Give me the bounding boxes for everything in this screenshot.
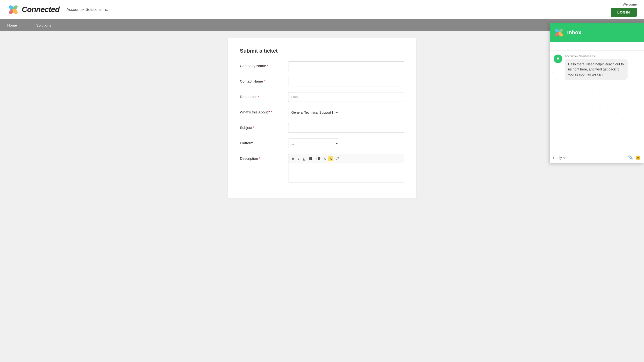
svg-text:□: □ [625, 128, 626, 130]
toolbar-highlight-button[interactable]: A [328, 156, 333, 161]
svg-text:○: ○ [552, 114, 554, 116]
svg-text:△: △ [618, 126, 619, 128]
whats-about-label: What's this About?* [240, 108, 288, 114]
svg-text:△: △ [554, 136, 556, 138]
whats-about-select[interactable]: General Technical Support Help Billing S… [288, 108, 339, 117]
svg-text:□: □ [581, 142, 583, 145]
login-button[interactable]: LOGIN [611, 8, 637, 17]
nav-item-home[interactable]: Home [7, 20, 17, 31]
svg-text:▷: ▷ [603, 98, 605, 101]
svg-text:▷: ▷ [554, 121, 556, 124]
toolbar-strikethrough-button[interactable]: S [322, 156, 327, 162]
svg-text:△: △ [610, 114, 612, 117]
svg-text:○: ○ [625, 99, 626, 101]
svg-text:□: □ [560, 98, 561, 101]
platform-group: Platform ... Windows Mac Linux [240, 138, 404, 148]
description-input[interactable] [288, 163, 404, 182]
subject-group: Subject* [240, 123, 404, 133]
svg-text:×: × [592, 90, 593, 93]
chat-header: Inbox [550, 23, 644, 42]
svg-text:○: ○ [639, 128, 640, 131]
chat-inbox-label: Inbox [567, 29, 582, 36]
svg-text:▷: ▷ [610, 143, 612, 146]
svg-rect-9 [310, 159, 312, 160]
logo-text: Connected [22, 5, 60, 14]
platform-label: Platform [240, 138, 288, 145]
whats-about-group: What's this About?* General Technical Su… [240, 108, 404, 117]
subject-input[interactable] [288, 123, 404, 133]
svg-text:△: △ [632, 141, 634, 143]
company-name: Accountek Solutions Inc [63, 7, 108, 12]
svg-text:▽: ▽ [621, 133, 623, 136]
description-editor: B I U [288, 154, 404, 182]
svg-rect-13 [318, 158, 320, 159]
chat-reply-input[interactable] [553, 156, 626, 160]
chat-body: ▷ ○ □ △ ▽ ◁ ○ □ △ ▷ × △ ○ □ ▷ × ○ △ □ ▽ … [550, 51, 644, 152]
toolbar-underline-button[interactable]: U [302, 156, 307, 162]
svg-text:▽: ▽ [632, 112, 634, 114]
svg-text:△: △ [560, 142, 561, 144]
svg-text:□: □ [578, 119, 579, 121]
chat-sender-name: Accountek Solutions Inc [565, 54, 628, 58]
requester-input[interactable] [288, 92, 404, 102]
svg-text:▽: ▽ [588, 98, 590, 100]
svg-rect-5 [310, 157, 312, 158]
platform-select[interactable]: ... Windows Mac Linux [288, 138, 339, 148]
form-title: Submit a ticket [240, 48, 404, 54]
svg-text:□: □ [621, 119, 622, 121]
toolbar-italic-button[interactable]: I [297, 156, 300, 162]
svg-text:▽: ▽ [599, 107, 601, 109]
svg-text:○: ○ [563, 120, 564, 122]
svg-text:▽: ▽ [570, 136, 572, 138]
description-group: Description* B I U [240, 154, 404, 182]
svg-text:▷: ▷ [567, 143, 568, 146]
svg-text:○: ○ [618, 141, 619, 143]
nav-item-solutions[interactable]: Solutions [36, 20, 51, 31]
chat-message-area: A Accountek Solutions Inc Hello there! N… [550, 51, 644, 87]
toolbar-ul-button[interactable] [308, 156, 314, 162]
chat-bubble-wrap: Accountek Solutions Inc Hello there! Nee… [565, 54, 628, 80]
svg-text:▷: ▷ [639, 121, 641, 124]
svg-text:△: △ [628, 121, 630, 123]
svg-text:▽: ▽ [628, 92, 630, 94]
svg-text:○: ○ [639, 114, 640, 116]
svg-text:×: × [563, 105, 564, 108]
welcome-text: Welcome [623, 2, 637, 6]
attach-icon[interactable]: 📎 [628, 155, 633, 160]
logo-area: Connected Accountek Solutions Inc [7, 3, 108, 16]
svg-text:▽: ▽ [592, 119, 594, 122]
requester-group: Requester* [240, 92, 404, 102]
svg-point-6 [310, 158, 310, 159]
toolbar-ol-button[interactable]: 1. 2. 3. [315, 156, 321, 162]
svg-rect-7 [310, 158, 312, 159]
svg-text:□: □ [563, 134, 564, 137]
svg-text:×: × [588, 141, 590, 143]
svg-point-4 [310, 157, 310, 158]
svg-text:▷: ▷ [628, 135, 630, 138]
svg-text:▷: ▷ [610, 129, 612, 131]
toolbar-link-button[interactable] [334, 156, 340, 162]
chat-search-bar [550, 42, 644, 51]
svg-text:○: ○ [614, 107, 615, 110]
svg-text:□: □ [585, 106, 586, 109]
emoji-icon[interactable]: 😊 [635, 155, 640, 160]
contact-name-label: Contact Name* [240, 77, 288, 83]
company-name-label: Company Name* [240, 61, 288, 68]
contact-name-input[interactable] [288, 77, 404, 86]
toolbar-bold-button[interactable]: B [290, 156, 296, 162]
svg-text:△: △ [570, 122, 572, 124]
svg-text:▽: ▽ [574, 112, 576, 114]
required-marker: * [264, 79, 266, 83]
company-name-input[interactable] [288, 61, 404, 71]
header-right: Welcome LOGIN [611, 2, 637, 17]
svg-text:×: × [567, 100, 568, 102]
chat-footer: 📎 😊 [550, 152, 644, 163]
chat-search-input[interactable] [553, 44, 640, 48]
svg-text:□: □ [567, 114, 568, 117]
svg-text:○: ○ [567, 129, 568, 131]
svg-text:▷: ▷ [560, 127, 561, 130]
svg-text:△: △ [578, 133, 579, 136]
requester-label: Requester* [240, 92, 288, 99]
svg-text:○: ○ [614, 122, 615, 124]
svg-text:▷: ▷ [621, 104, 623, 107]
